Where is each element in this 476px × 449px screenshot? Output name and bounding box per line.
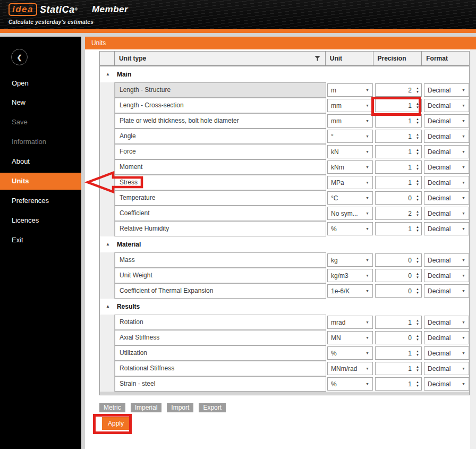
unit-select[interactable]: kg▼ (327, 253, 373, 267)
table-row[interactable]: Plate or weld thickness, bolt hole diame… (100, 113, 469, 129)
dropdown-arrow-icon[interactable]: ▼ (366, 320, 369, 324)
collapse-icon[interactable]: ▲ (106, 72, 110, 77)
spinner-down-icon[interactable]: ▼ (416, 385, 419, 387)
dropdown-arrow-icon[interactable]: ▼ (462, 258, 465, 262)
precision-spinner[interactable]: 1▲▼ (375, 362, 422, 375)
spinner-up-icon[interactable]: ▲ (416, 133, 419, 136)
spinner-down-icon[interactable]: ▼ (416, 122, 419, 124)
unit-type-cell[interactable]: Mass (115, 252, 326, 268)
format-select[interactable]: Decimal▼ (424, 191, 469, 205)
header-cell-precision[interactable]: Precision (373, 52, 422, 65)
dropdown-arrow-icon[interactable]: ▼ (366, 134, 369, 138)
table-row[interactable]: Relative Humidity%▼1▲▼Decimal▼ (100, 221, 469, 236)
format-select[interactable]: Decimal▼ (424, 253, 469, 267)
spinner-up-icon[interactable]: ▲ (416, 164, 419, 167)
spinner-down-icon[interactable]: ▼ (416, 153, 419, 155)
dropdown-arrow-icon[interactable]: ▼ (462, 104, 465, 107)
format-select[interactable]: Decimal▼ (424, 99, 469, 112)
sidebar-item-save[interactable]: Save (12, 118, 28, 126)
format-select[interactable]: Decimal▼ (424, 114, 469, 128)
dropdown-arrow-icon[interactable]: ▼ (462, 382, 465, 386)
unit-select[interactable]: MNm/rad▼ (327, 362, 373, 375)
format-select[interactable]: Decimal▼ (424, 331, 469, 344)
unit-type-cell[interactable]: Coefficient of Thermal Expansion (115, 283, 326, 299)
unit-select[interactable]: %▼ (327, 346, 373, 360)
imperial-button[interactable]: Imperial (131, 403, 162, 412)
spinner-down-icon[interactable]: ▼ (416, 323, 419, 326)
unit-select[interactable]: mm▼ (327, 114, 373, 128)
spinner-down-icon[interactable]: ▼ (416, 369, 419, 372)
table-row[interactable]: Axial StiffnessMN▼0▲▼Decimal▼ (100, 330, 469, 345)
spinner-up-icon[interactable]: ▲ (416, 350, 419, 353)
precision-spinner[interactable]: 0▲▼ (375, 253, 422, 267)
dropdown-arrow-icon[interactable]: ▼ (462, 119, 465, 123)
spinner-up-icon[interactable]: ▲ (416, 195, 419, 198)
table-row[interactable]: Length - Cross-sectionmm▼1▲▼Decimal▼ (100, 98, 469, 113)
spinner-down-icon[interactable]: ▼ (416, 230, 419, 232)
spinner-up-icon[interactable]: ▲ (416, 103, 419, 105)
unit-type-cell[interactable]: Utilization (115, 345, 326, 361)
table-row[interactable]: ForcekN▼1▲▼Decimal▼ (100, 144, 469, 159)
dropdown-arrow-icon[interactable]: ▼ (366, 211, 369, 215)
dropdown-arrow-icon[interactable]: ▼ (366, 88, 369, 92)
unit-select[interactable]: 1e-6/K▼ (327, 284, 373, 298)
spinner-up-icon[interactable]: ▲ (416, 319, 419, 322)
precision-spinner[interactable]: 1▲▼ (375, 114, 422, 128)
spinner-up-icon[interactable]: ▲ (416, 381, 419, 384)
table-row[interactable]: Rotational StiffnessMNm/rad▼1▲▼Decimal▼ (100, 361, 469, 376)
spinner-down-icon[interactable]: ▼ (416, 292, 419, 294)
precision-spinner[interactable]: 0▲▼ (375, 284, 422, 298)
dropdown-arrow-icon[interactable]: ▼ (366, 104, 369, 107)
format-select[interactable]: Decimal▼ (424, 284, 469, 298)
sidebar-item-licences[interactable]: Licences (12, 216, 39, 225)
spinner-up-icon[interactable]: ▲ (416, 273, 419, 275)
unit-type-cell[interactable]: Rotation (115, 315, 326, 330)
unit-select[interactable]: °▼ (327, 130, 373, 143)
spinner-down-icon[interactable]: ▼ (416, 214, 419, 217)
header-cell-unit-type[interactable]: Unit type (115, 52, 326, 65)
spinner-down-icon[interactable]: ▼ (416, 261, 419, 264)
metric-button[interactable]: Metric (99, 403, 125, 412)
dropdown-arrow-icon[interactable]: ▼ (366, 181, 369, 184)
spinner-down-icon[interactable]: ▼ (416, 338, 419, 341)
unit-type-cell[interactable]: Length - Cross-section (115, 98, 326, 113)
dropdown-arrow-icon[interactable]: ▼ (366, 196, 369, 200)
unit-select[interactable]: kg/m3▼ (327, 269, 373, 282)
unit-select[interactable]: m▼ (327, 83, 373, 97)
unit-type-cell[interactable]: Moment (115, 159, 326, 175)
format-select[interactable]: Decimal▼ (424, 269, 469, 282)
dropdown-arrow-icon[interactable]: ▼ (366, 351, 369, 355)
precision-spinner[interactable]: 1▲▼ (375, 316, 422, 329)
unit-type-cell[interactable]: Rotational Stiffness (115, 361, 326, 376)
unit-select[interactable]: %▼ (327, 222, 373, 235)
unit-type-cell[interactable]: Stress (115, 175, 326, 190)
table-row[interactable]: Coefficient of Thermal Expansion1e-6/K▼0… (100, 283, 469, 299)
sidebar-item-about[interactable]: About (12, 157, 30, 166)
table-row[interactable]: Unit Weightkg/m3▼0▲▼Decimal▼ (100, 268, 469, 283)
unit-type-cell[interactable]: Strain - steel (115, 376, 326, 392)
header-cell-format[interactable]: Format (422, 52, 469, 65)
dropdown-arrow-icon[interactable]: ▼ (366, 336, 369, 340)
table-row[interactable]: Utilization%▼1▲▼Decimal▼ (100, 345, 469, 361)
format-select[interactable]: Decimal▼ (424, 176, 469, 189)
table-row[interactable]: Masskg▼0▲▼Decimal▼ (100, 252, 469, 268)
unit-select[interactable]: °C▼ (327, 191, 373, 205)
collapse-icon[interactable]: ▲ (106, 242, 110, 247)
format-select[interactable]: Decimal▼ (424, 83, 469, 97)
table-row[interactable]: StressMPa▼1▲▼Decimal▼ (100, 175, 469, 190)
table-row[interactable]: Rotationmrad▼1▲▼Decimal▼ (100, 315, 469, 330)
back-button[interactable]: ❮ (11, 49, 28, 65)
spinner-up-icon[interactable]: ▲ (416, 366, 419, 368)
unit-type-cell[interactable]: Unit Weight (115, 268, 326, 283)
dropdown-arrow-icon[interactable]: ▼ (366, 289, 369, 293)
precision-spinner[interactable]: 0▲▼ (375, 269, 422, 282)
unit-type-cell[interactable]: Angle (115, 129, 326, 144)
spinner-up-icon[interactable]: ▲ (416, 210, 419, 213)
dropdown-arrow-icon[interactable]: ▼ (462, 88, 465, 92)
spinner-up-icon[interactable]: ▲ (416, 149, 419, 151)
section-row-results[interactable]: ▲Results (100, 299, 469, 315)
scrollbar-track[interactable] (470, 49, 476, 449)
spinner-down-icon[interactable]: ▼ (416, 91, 419, 94)
unit-select[interactable]: MN▼ (327, 331, 373, 344)
spinner-down-icon[interactable]: ▼ (416, 276, 419, 279)
